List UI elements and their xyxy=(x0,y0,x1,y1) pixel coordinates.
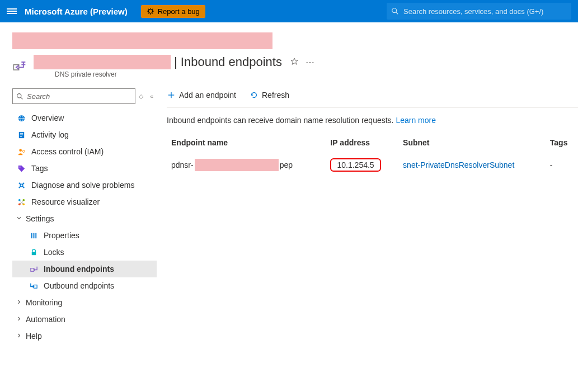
favorite-button[interactable] xyxy=(290,57,299,68)
main-pane: Add an endpoint Refresh Inbound endpoint… xyxy=(167,88,578,177)
sidebar-item-visualizer[interactable]: Resource visualizer xyxy=(12,193,157,210)
search-icon xyxy=(391,7,399,15)
sidebar-group-settings[interactable]: Settings xyxy=(12,210,157,227)
description-text: Inbound endpoints can receive domain nam… xyxy=(167,116,396,125)
sidebar-search-input[interactable] xyxy=(26,92,131,101)
svg-point-0 xyxy=(148,10,152,13)
svg-rect-33 xyxy=(33,233,34,238)
svg-rect-32 xyxy=(31,233,32,238)
sidebar-item-label: Resource visualizer xyxy=(31,197,100,206)
endpoint-name-suffix: pep xyxy=(280,160,293,169)
topbar: Microsoft Azure (Preview) Report a bug xyxy=(0,0,578,22)
breadcrumb-redacted xyxy=(12,32,272,49)
svg-point-23 xyxy=(22,150,25,152)
svg-marker-12 xyxy=(291,58,298,64)
chevron-right-icon xyxy=(16,332,22,341)
svg-line-6 xyxy=(152,13,153,14)
tags-value: - xyxy=(550,160,553,169)
lock-icon xyxy=(28,248,39,257)
sidebar-item-outbound-endpoints[interactable]: Outbound endpoints xyxy=(12,277,157,294)
report-bug-button[interactable]: Report a bug xyxy=(141,5,205,18)
properties-icon xyxy=(28,232,39,240)
svg-line-14 xyxy=(21,97,22,99)
chevron-right-icon xyxy=(16,298,22,307)
svg-line-7 xyxy=(148,13,149,14)
col-endpoint-name[interactable]: Endpoint name xyxy=(167,133,326,153)
refresh-button[interactable]: Refresh xyxy=(250,91,289,100)
hamburger-menu-button[interactable] xyxy=(7,7,17,15)
page-header: | Inbound endpoints ⋯ DNS private resolv… xyxy=(12,55,578,78)
sidebar-item-iam[interactable]: Access control (IAM) xyxy=(12,143,157,160)
col-tags[interactable]: Tags xyxy=(546,133,578,153)
sidebar-item-label: Activity log xyxy=(31,130,69,139)
sidebar-item-overview[interactable]: Overview xyxy=(12,110,157,126)
sidebar-search[interactable] xyxy=(12,88,135,104)
description: Inbound endpoints can receive domain nam… xyxy=(167,108,578,133)
globe-icon xyxy=(16,114,27,122)
chevron-down-icon xyxy=(16,214,22,223)
sidebar-group-automation[interactable]: Automation xyxy=(12,311,157,328)
sidebar-group-label: Settings xyxy=(26,214,54,223)
page-title: | Inbound endpoints xyxy=(174,55,282,69)
tag-icon xyxy=(16,164,27,173)
svg-line-5 xyxy=(148,9,149,10)
sidebar-item-inbound-endpoints[interactable]: Inbound endpoints xyxy=(12,261,157,277)
table-row[interactable]: pdnsr- pep 10.1.254.5 snet-PrivateDnsRes… xyxy=(167,153,578,177)
expand-toggle[interactable]: ◇ xyxy=(139,93,143,100)
search-icon xyxy=(16,93,24,100)
global-search[interactable] xyxy=(387,3,571,20)
report-bug-label: Report a bug xyxy=(158,7,200,16)
col-subnet[interactable]: Subnet xyxy=(398,133,546,153)
sidebar-item-tags[interactable]: Tags xyxy=(12,160,157,177)
svg-point-13 xyxy=(17,93,21,97)
endpoint-name-prefix: pdnsr- xyxy=(171,160,194,169)
sidebar-item-label: Diagnose and solve problems xyxy=(31,181,134,190)
add-endpoint-button[interactable]: Add an endpoint xyxy=(167,91,236,100)
sidebar-item-label: Properties xyxy=(44,231,79,240)
sidebar-group-label: Automation xyxy=(26,315,65,324)
sidebar-item-label: Tags xyxy=(31,164,48,173)
svg-rect-34 xyxy=(35,233,36,238)
svg-point-25 xyxy=(20,184,23,187)
refresh-icon xyxy=(250,91,259,100)
sidebar-item-label: Inbound endpoints xyxy=(44,265,114,273)
sidebar-item-diagnose[interactable]: Diagnose and solve problems xyxy=(12,177,157,193)
svg-rect-19 xyxy=(20,133,23,133)
sidebar-group-help[interactable]: Help xyxy=(12,328,157,344)
sidebar-group-monitoring[interactable]: Monitoring xyxy=(12,294,157,311)
col-ip-address[interactable]: IP address xyxy=(326,133,398,153)
learn-more-link[interactable]: Learn more xyxy=(396,116,436,125)
sidebar-item-activity-log[interactable]: Activity log xyxy=(12,126,157,143)
svg-rect-20 xyxy=(20,134,23,135)
brand-label[interactable]: Microsoft Azure (Preview) xyxy=(25,7,128,16)
sidebar-group-label: Help xyxy=(26,332,42,341)
subnet-link[interactable]: snet-PrivateDnsResolverSubnet xyxy=(403,160,514,169)
resource-type-subtitle: DNS private resolver xyxy=(55,70,314,78)
sidebar-item-locks[interactable]: Locks xyxy=(12,244,157,261)
svg-rect-35 xyxy=(31,252,36,255)
activity-log-icon xyxy=(16,131,27,139)
more-button[interactable]: ⋯ xyxy=(306,57,314,68)
bug-icon xyxy=(147,7,154,15)
global-search-input[interactable] xyxy=(402,7,567,16)
plus-icon xyxy=(167,91,176,100)
inbound-icon xyxy=(28,265,39,273)
collapse-button[interactable]: « xyxy=(150,93,153,100)
chevron-right-icon xyxy=(16,315,22,324)
sidebar-item-label: Outbound endpoints xyxy=(44,281,114,290)
sidebar-item-properties[interactable]: Properties xyxy=(12,227,157,244)
endpoint-name-redacted xyxy=(195,159,279,171)
sidebar-item-label: Overview xyxy=(31,114,64,122)
resource-icon xyxy=(12,58,28,75)
ip-address-value: 10.1.254.5 xyxy=(330,158,380,172)
svg-point-24 xyxy=(19,166,20,167)
diagnose-icon xyxy=(16,181,27,190)
outbound-icon xyxy=(28,282,39,290)
svg-line-10 xyxy=(396,12,398,15)
sidebar-item-label: Locks xyxy=(44,248,64,257)
add-endpoint-label: Add an endpoint xyxy=(179,91,236,100)
sidebar-item-label: Access control (IAM) xyxy=(31,147,104,156)
svg-rect-21 xyxy=(20,136,22,136)
iam-icon xyxy=(16,148,27,156)
sidebar: ◇ « Overview Activity log Access control… xyxy=(12,88,157,344)
